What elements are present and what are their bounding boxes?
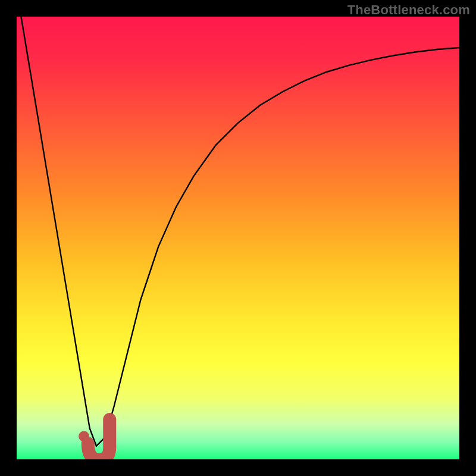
marker-dot-icon — [79, 431, 89, 441]
plot-area — [17, 17, 459, 459]
chart-svg — [17, 17, 459, 459]
watermark-text: TheBottleneck.com — [347, 2, 470, 18]
chart-frame: TheBottleneck.com — [0, 0, 476, 476]
gradient-background — [17, 17, 459, 459]
